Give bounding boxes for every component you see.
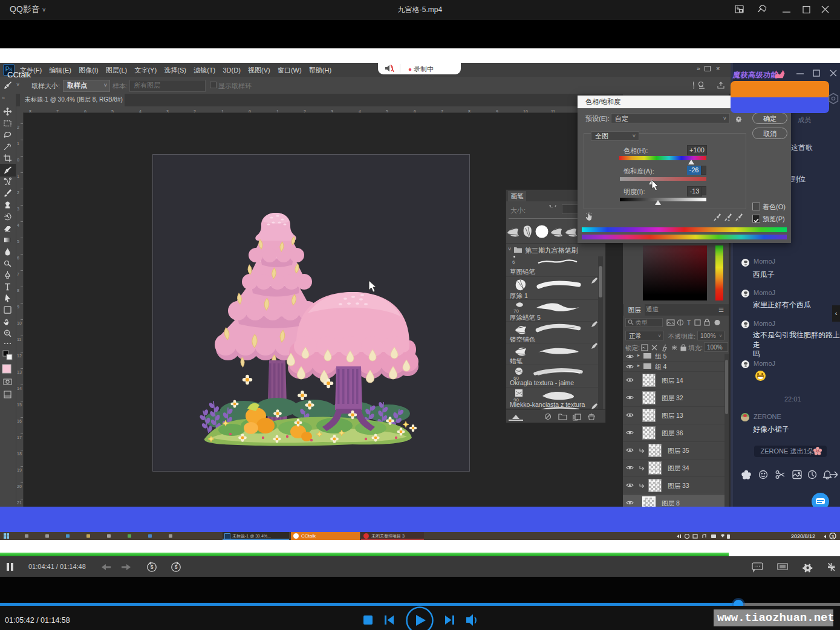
svg-text:21: 21 (17, 501, 22, 505)
svg-text:3: 3 (832, 534, 835, 539)
svg-text:7: 7 (56, 109, 59, 113)
svg-text:14: 14 (17, 386, 22, 391)
svg-text:3: 3 (17, 207, 19, 211)
svg-text:6: 6 (84, 109, 86, 113)
svg-text:3: 3 (166, 109, 169, 113)
svg-text:10: 10 (523, 109, 528, 113)
svg-text:1: 1 (276, 109, 279, 113)
svg-text:2: 2 (17, 190, 19, 195)
svg-text:7: 7 (441, 109, 443, 113)
svg-text:+: + (728, 218, 730, 222)
svg-text:15: 15 (17, 403, 22, 407)
svg-text:10: 10 (17, 321, 22, 325)
svg-text:0: 0 (249, 109, 251, 113)
svg-text:2: 2 (17, 125, 19, 129)
svg-text:4: 4 (359, 109, 361, 113)
svg-text:17: 17 (17, 435, 22, 440)
svg-text:16: 16 (17, 419, 22, 423)
svg-text:1: 1 (17, 141, 19, 146)
svg-text:8: 8 (17, 288, 19, 293)
svg-text:-: - (738, 218, 740, 222)
svg-text:11: 11 (551, 109, 555, 113)
svg-text:4: 4 (17, 223, 19, 227)
svg-text:5: 5 (111, 109, 114, 113)
svg-text:1: 1 (17, 174, 19, 178)
svg-text:18: 18 (17, 452, 22, 456)
svg-text:20: 20 (17, 484, 22, 489)
svg-text:13: 13 (17, 370, 22, 374)
svg-text:8: 8 (29, 109, 31, 113)
svg-text:5: 5 (17, 239, 19, 244)
svg-text:5: 5 (151, 564, 154, 570)
svg-text:5: 5 (386, 109, 388, 113)
svg-text:3: 3 (331, 109, 333, 113)
svg-text:6: 6 (17, 256, 19, 260)
svg-text:6: 6 (414, 109, 416, 113)
svg-text:9: 9 (496, 109, 498, 113)
svg-text:12: 12 (17, 354, 22, 358)
svg-text:11: 11 (17, 337, 21, 342)
svg-text:0: 0 (17, 158, 19, 162)
svg-text:T: T (687, 320, 691, 326)
svg-text:5: 5 (175, 564, 178, 570)
svg-text:4: 4 (139, 109, 142, 113)
svg-text:9: 9 (17, 305, 19, 309)
svg-text:1: 1 (221, 109, 224, 113)
svg-text:7: 7 (17, 272, 19, 276)
svg-text:19: 19 (17, 468, 22, 472)
svg-text:2: 2 (304, 109, 306, 113)
svg-text:2: 2 (194, 109, 196, 113)
svg-text:8: 8 (468, 109, 470, 113)
